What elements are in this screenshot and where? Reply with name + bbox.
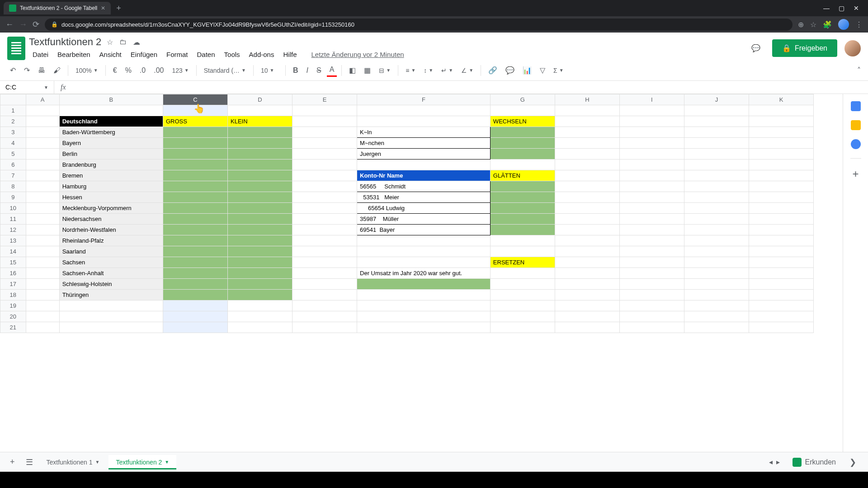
cell-F1[interactable] <box>357 105 491 116</box>
cell-A15[interactable] <box>26 257 59 268</box>
forward-icon[interactable]: → <box>19 20 27 29</box>
cell-D11[interactable] <box>228 214 292 225</box>
cell-G3[interactable] <box>490 127 555 138</box>
functions-select[interactable]: Σ▼ <box>551 65 566 76</box>
cell-B8[interactable]: Hamburg <box>59 181 163 192</box>
account-avatar[interactable] <box>844 40 861 56</box>
cell-F21[interactable] <box>357 322 491 333</box>
column-header-D[interactable]: D <box>228 94 292 105</box>
v-align-select[interactable]: ↕▼ <box>421 65 436 76</box>
cell-J15[interactable] <box>684 257 749 268</box>
cell-D3[interactable] <box>228 127 292 138</box>
merge-cells-select[interactable]: ⊟▼ <box>376 65 393 76</box>
cell-G11[interactable] <box>490 214 555 225</box>
cell-J7[interactable] <box>684 170 749 181</box>
sheet-tab-1[interactable]: Textfunktionen 1▼ <box>39 455 107 469</box>
add-sheet-button[interactable]: + <box>5 455 19 469</box>
menu-edit[interactable]: Bearbeiten <box>54 49 94 60</box>
cell-C4[interactable] <box>163 138 227 149</box>
cell-K17[interactable] <box>749 279 813 290</box>
cell-I5[interactable] <box>619 149 684 160</box>
cell-K1[interactable] <box>749 105 813 116</box>
cell-I8[interactable] <box>619 181 684 192</box>
cell-E2[interactable] <box>292 116 357 127</box>
cell-G1[interactable] <box>490 105 555 116</box>
cell-C18[interactable] <box>163 290 227 300</box>
extensions-icon[interactable]: 🧩 <box>823 20 832 29</box>
cell-B16[interactable]: Sachsen-Anhalt <box>59 268 163 279</box>
cell-J18[interactable] <box>684 290 749 300</box>
cell-H4[interactable] <box>555 138 619 149</box>
cell-A19[interactable] <box>26 300 59 311</box>
sheets-logo-icon[interactable] <box>7 37 25 60</box>
rotate-select[interactable]: ∠▼ <box>458 65 476 76</box>
cell-K21[interactable] <box>749 322 813 333</box>
cell-B2[interactable]: Deutschland <box>59 116 163 127</box>
row-header-8[interactable]: 8 <box>0 181 26 192</box>
cell-D19[interactable] <box>228 300 292 311</box>
cell-B7[interactable]: Bremen <box>59 170 163 181</box>
cell-G9[interactable] <box>490 192 555 203</box>
row-header-14[interactable]: 14 <box>0 246 26 257</box>
cloud-status-icon[interactable]: ☁ <box>133 38 140 47</box>
cell-D9[interactable] <box>228 192 292 203</box>
cell-J10[interactable] <box>684 203 749 214</box>
cell-C6[interactable] <box>163 160 227 170</box>
cell-H13[interactable] <box>555 235 619 246</box>
cell-D5[interactable] <box>228 149 292 160</box>
cell-H1[interactable] <box>555 105 619 116</box>
cell-E11[interactable] <box>292 214 357 225</box>
cell-K18[interactable] <box>749 290 813 300</box>
column-header-C[interactable]: C <box>163 94 227 105</box>
cell-F10[interactable]: 65654 Ludwig <box>357 203 491 214</box>
cell-D14[interactable] <box>228 246 292 257</box>
h-align-select[interactable]: ≡▼ <box>403 65 418 76</box>
italic-icon[interactable]: I <box>304 65 311 76</box>
new-tab-button[interactable]: + <box>111 4 127 13</box>
cell-C17[interactable] <box>163 279 227 290</box>
comments-icon[interactable]: 💬 <box>747 39 765 57</box>
cell-E7[interactable] <box>292 170 357 181</box>
cell-K4[interactable] <box>749 138 813 149</box>
cell-K6[interactable] <box>749 160 813 170</box>
cell-F2[interactable] <box>357 116 491 127</box>
cell-A4[interactable] <box>26 138 59 149</box>
cell-H12[interactable] <box>555 225 619 235</box>
cell-E16[interactable] <box>292 268 357 279</box>
wrap-select[interactable]: ↵▼ <box>439 65 456 76</box>
cell-K8[interactable] <box>749 181 813 192</box>
cell-K20[interactable] <box>749 311 813 322</box>
insert-link-icon[interactable]: 🔗 <box>486 64 500 76</box>
font-select[interactable]: Standard (…▼ <box>201 65 249 76</box>
row-header-9[interactable]: 9 <box>0 192 26 203</box>
cell-J16[interactable] <box>684 268 749 279</box>
cell-C1[interactable] <box>163 105 227 116</box>
cell-H15[interactable] <box>555 257 619 268</box>
cell-G7[interactable]: GLÄTTEN <box>490 170 555 181</box>
cell-C19[interactable] <box>163 300 227 311</box>
cell-A9[interactable] <box>26 192 59 203</box>
print-icon[interactable]: 🖶 <box>35 65 48 76</box>
sheet-scroll-right-icon[interactable]: ▸ <box>776 458 780 466</box>
row-header-19[interactable]: 19 <box>0 300 26 311</box>
cell-C11[interactable] <box>163 214 227 225</box>
cell-K5[interactable] <box>749 149 813 160</box>
cell-J13[interactable] <box>684 235 749 246</box>
percent-button[interactable]: % <box>123 65 134 76</box>
cell-E5[interactable] <box>292 149 357 160</box>
cell-E12[interactable] <box>292 225 357 235</box>
cell-B4[interactable]: Bayern <box>59 138 163 149</box>
cell-F15[interactable] <box>357 257 491 268</box>
cell-A14[interactable] <box>26 246 59 257</box>
cell-H16[interactable] <box>555 268 619 279</box>
cell-H21[interactable] <box>555 322 619 333</box>
show-side-panel-icon[interactable]: ❯ <box>843 457 863 467</box>
paint-format-icon[interactable]: 🖌 <box>51 65 63 76</box>
cell-E9[interactable] <box>292 192 357 203</box>
cell-A21[interactable] <box>26 322 59 333</box>
cell-G20[interactable] <box>490 311 555 322</box>
cell-F4[interactable]: M~nchen <box>357 138 491 149</box>
cell-G19[interactable] <box>490 300 555 311</box>
cell-F16[interactable]: Der Umsatz im Jahr 2020 war sehr gut. <box>357 268 491 279</box>
cell-A7[interactable] <box>26 170 59 181</box>
